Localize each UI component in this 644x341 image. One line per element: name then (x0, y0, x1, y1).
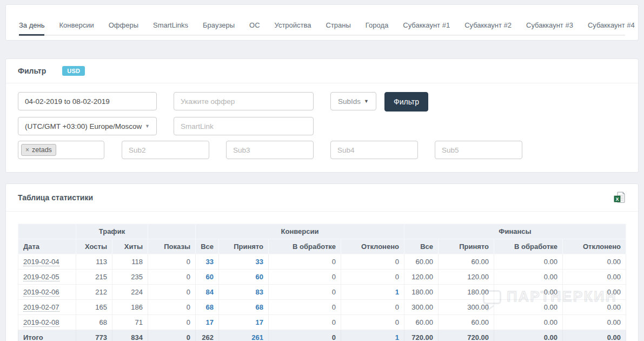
conversion-link[interactable]: 33 (256, 258, 263, 266)
table-row: 2019-02-086871017170060.0060.000.000.00 (18, 315, 626, 330)
report-tabs: За деньКонверсииОфферыSmartLinksБраузеры… (19, 9, 625, 36)
date-cell-wrap: 2019-02-04 (18, 254, 76, 270)
conversion-link[interactable]: 17 (206, 318, 214, 326)
tab-11[interactable]: Субаккаунт #3 (526, 16, 573, 36)
column-header-11: Отклонено (563, 239, 626, 254)
value-cell: 0 (148, 270, 196, 285)
conversion-link[interactable]: 33 (206, 258, 214, 266)
value-cell: 60 (219, 270, 269, 285)
timezone-select[interactable]: (UTC/GMT +03:00) Europe/Moscow ▼ (18, 117, 157, 135)
filter-submit-button[interactable]: Фильтр (384, 92, 428, 112)
value-cell: 180.00 (439, 285, 494, 300)
stats-title: Таблица статистики (18, 193, 93, 202)
conversion-link[interactable]: 1 (395, 333, 399, 341)
tab-6[interactable]: Устройства (275, 16, 311, 36)
conversion-link[interactable]: 261 (251, 333, 263, 341)
value-cell: 0 (148, 315, 196, 330)
value-cell: 84 (196, 285, 219, 300)
date-cell[interactable]: 2019-02-04 (23, 258, 59, 266)
conversion-link[interactable]: 60 (206, 273, 214, 281)
value-cell: 212 (76, 285, 112, 300)
value-cell: 0.00 (494, 330, 563, 341)
tab-10[interactable]: Субаккаунт #2 (464, 16, 512, 36)
column-header-7: Отклонено (341, 239, 404, 254)
tab-7[interactable]: Страны (326, 16, 351, 36)
value-cell: 83 (219, 285, 269, 300)
sub4-input[interactable] (330, 141, 418, 159)
value-cell: 0 (341, 315, 404, 330)
value-cell: 180.00 (404, 285, 439, 300)
sub1-tag-label: zetads (32, 146, 52, 154)
value-cell: 120.00 (439, 270, 494, 285)
value-cell: 0.00 (563, 285, 626, 300)
conversion-link[interactable]: 83 (256, 288, 263, 296)
value-cell: 0.00 (563, 254, 626, 270)
remove-tag-icon[interactable]: × (25, 146, 29, 154)
tab-4[interactable]: Браузеры (203, 16, 235, 36)
total-label: Итого (18, 330, 76, 341)
value-cell: 0.00 (563, 330, 626, 341)
value-cell: 186 (112, 300, 148, 315)
conversion-link[interactable]: 68 (206, 303, 214, 311)
column-group-4: Финансы (404, 224, 626, 239)
filter-panel: Фильтр USD SubIds ▼ Фильтр (UTC/GMT +03:… (5, 58, 639, 173)
subids-label: SubIds (338, 97, 361, 106)
value-cell: 0 (269, 300, 341, 315)
date-cell[interactable]: 2019-02-08 (23, 318, 59, 327)
sub3-input[interactable] (226, 141, 314, 159)
value-cell: 0 (269, 285, 341, 300)
tab-9[interactable]: Субаккаунт #1 (403, 16, 450, 36)
sub2-input[interactable] (122, 141, 209, 159)
tab-3[interactable]: SmartLinks (153, 16, 188, 36)
excel-export-icon[interactable]: X (613, 191, 626, 204)
filter-panel-header: Фильтр USD (6, 59, 638, 83)
tab-0[interactable]: За день (19, 16, 44, 36)
conversion-link[interactable]: 84 (206, 288, 214, 296)
date-cell[interactable]: 2019-02-07 (23, 303, 59, 312)
column-group-empty-2 (148, 224, 196, 239)
conversion-link[interactable]: 68 (256, 303, 263, 311)
chevron-down-icon: ▼ (364, 99, 369, 104)
subids-dropdown-button[interactable]: SubIds ▼ (330, 92, 376, 110)
tab-5[interactable]: ОС (249, 16, 260, 36)
filter-title: Фильтр (18, 67, 46, 75)
value-cell: 1 (341, 285, 404, 300)
date-cell-wrap: 2019-02-07 (18, 300, 76, 315)
date-cell[interactable]: 2019-02-06 (23, 288, 59, 297)
sub5-input[interactable] (435, 141, 522, 159)
value-cell: 224 (112, 285, 148, 300)
value-cell: 720.00 (439, 330, 494, 341)
column-header-6: В обработке (269, 239, 341, 254)
stats-table-container: ТрафикКонверсииФинансыДатаХостыХитыПоказ… (6, 212, 638, 341)
value-cell: 0.00 (563, 315, 626, 330)
value-cell: 68 (76, 315, 112, 330)
value-cell: 215 (76, 270, 112, 285)
chevron-down-icon: ▼ (145, 123, 150, 129)
tab-8[interactable]: Города (366, 16, 388, 36)
stats-panel-header: Таблица статистики X (6, 184, 638, 212)
value-cell: 0.00 (563, 270, 626, 285)
filter-body: SubIds ▼ Фильтр (UTC/GMT +03:00) Europe/… (6, 83, 638, 172)
smartlink-input[interactable] (174, 117, 314, 135)
value-cell: 33 (196, 254, 219, 270)
tab-12[interactable]: Субаккаунт #4 (588, 16, 635, 36)
date-cell[interactable]: 2019-02-05 (23, 273, 59, 281)
conversion-link[interactable]: 17 (256, 318, 263, 326)
column-header-2: Хиты (112, 239, 148, 254)
value-cell: 165 (76, 300, 112, 315)
date-range-input[interactable] (18, 92, 157, 110)
offer-input[interactable] (174, 92, 314, 110)
tab-1[interactable]: Конверсии (59, 16, 94, 36)
conversion-link[interactable]: 1 (395, 288, 399, 296)
stats-panel: Таблица статистики X ТрафикКонверсииФина… (5, 183, 639, 341)
value-cell: 0 (269, 315, 341, 330)
tab-2[interactable]: Офферы (109, 16, 138, 36)
stats-table: ТрафикКонверсииФинансыДатаХостыХитыПоказ… (18, 224, 626, 341)
sub1-tag-input[interactable]: × zetads (18, 141, 104, 159)
date-cell-wrap: 2019-02-06 (18, 285, 76, 300)
conversion-link[interactable]: 60 (256, 273, 263, 281)
value-cell: 262 (196, 330, 219, 341)
value-cell: 0 (148, 330, 196, 341)
value-cell: 261 (219, 330, 269, 341)
value-cell: 60 (196, 270, 219, 285)
